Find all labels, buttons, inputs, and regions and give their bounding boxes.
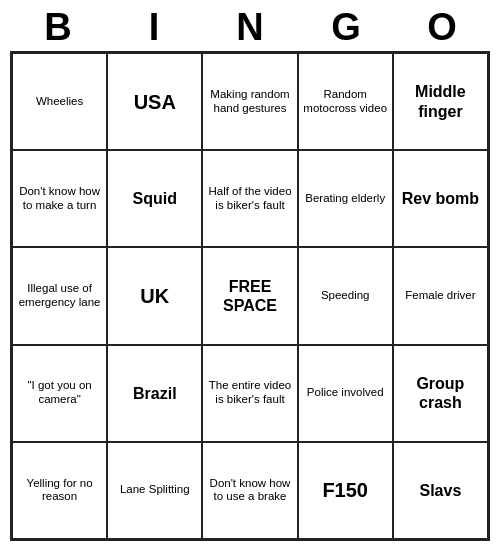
bingo-letter-g: G bbox=[302, 6, 390, 49]
bingo-letter-n: N bbox=[206, 6, 294, 49]
bingo-cell-15[interactable]: "I got you on camera" bbox=[12, 345, 107, 442]
bingo-cell-5[interactable]: Don't know how to make a turn bbox=[12, 150, 107, 247]
bingo-cell-21[interactable]: Lane Splitting bbox=[107, 442, 202, 539]
bingo-cell-11[interactable]: UK bbox=[107, 247, 202, 344]
bingo-letter-i: I bbox=[110, 6, 198, 49]
bingo-cell-6[interactable]: Squid bbox=[107, 150, 202, 247]
bingo-cell-23[interactable]: F150 bbox=[298, 442, 393, 539]
bingo-cell-18[interactable]: Police involved bbox=[298, 345, 393, 442]
bingo-cell-13[interactable]: Speeding bbox=[298, 247, 393, 344]
bingo-cell-8[interactable]: Berating elderly bbox=[298, 150, 393, 247]
bingo-cell-0[interactable]: Wheelies bbox=[12, 53, 107, 150]
bingo-cell-20[interactable]: Yelling for no reason bbox=[12, 442, 107, 539]
bingo-cell-22[interactable]: Don't know how to use a brake bbox=[202, 442, 297, 539]
bingo-cell-16[interactable]: Brazil bbox=[107, 345, 202, 442]
bingo-cell-24[interactable]: Slavs bbox=[393, 442, 488, 539]
bingo-cell-19[interactable]: Group crash bbox=[393, 345, 488, 442]
bingo-cell-14[interactable]: Female driver bbox=[393, 247, 488, 344]
bingo-grid: WheeliesUSAMaking random hand gesturesRa… bbox=[10, 51, 490, 541]
bingo-letter-b: B bbox=[14, 6, 102, 49]
bingo-letter-o: O bbox=[398, 6, 486, 49]
bingo-cell-1[interactable]: USA bbox=[107, 53, 202, 150]
bingo-cell-12[interactable]: FREE SPACE bbox=[202, 247, 297, 344]
bingo-cell-9[interactable]: Rev bomb bbox=[393, 150, 488, 247]
bingo-cell-4[interactable]: Middle finger bbox=[393, 53, 488, 150]
bingo-cell-17[interactable]: The entire video is biker's fault bbox=[202, 345, 297, 442]
bingo-header: BINGO bbox=[10, 0, 490, 51]
bingo-cell-10[interactable]: Illegal use of emergency lane bbox=[12, 247, 107, 344]
bingo-cell-3[interactable]: Random motocross video bbox=[298, 53, 393, 150]
bingo-cell-2[interactable]: Making random hand gestures bbox=[202, 53, 297, 150]
bingo-cell-7[interactable]: Half of the video is biker's fault bbox=[202, 150, 297, 247]
